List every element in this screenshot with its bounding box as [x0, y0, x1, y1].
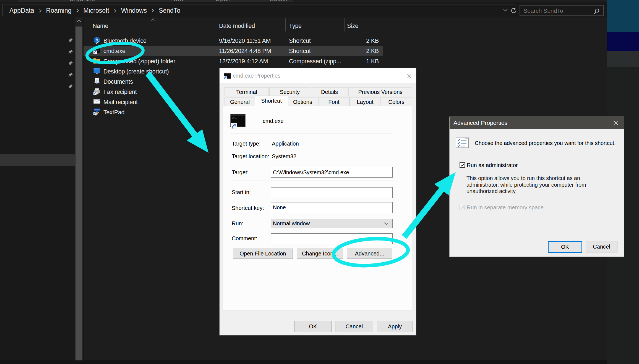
svg-text:C:\.: C:\.: [232, 117, 237, 119]
svg-text:C:\_: C:\_: [94, 49, 99, 51]
